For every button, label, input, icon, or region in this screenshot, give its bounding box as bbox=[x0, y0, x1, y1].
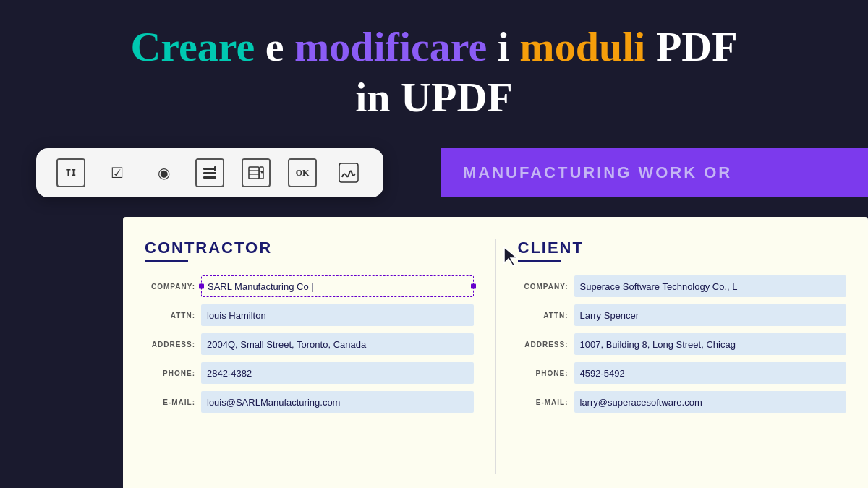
toolbar: TI ☑ ◉ OK bbox=[36, 148, 383, 197]
client-address-row: ADDRESS: bbox=[518, 333, 847, 355]
manufacturing-text: MANUFACTURING WORK OR bbox=[463, 163, 732, 182]
radio-icon[interactable]: ◉ bbox=[149, 158, 178, 187]
header-title: Creare e modificare i moduli PDF in UPDF bbox=[14, 22, 854, 122]
client-email-row: E-MAIL: bbox=[518, 391, 847, 413]
contractor-company-input[interactable] bbox=[201, 275, 474, 297]
word-in: in bbox=[355, 74, 390, 121]
client-title: CLIENT bbox=[518, 239, 847, 257]
contractor-address-label: ADDRESS: bbox=[145, 341, 195, 348]
client-phone-row: PHONE: bbox=[518, 362, 847, 384]
button-ok-icon[interactable]: OK bbox=[288, 158, 317, 187]
client-phone-input[interactable] bbox=[574, 362, 847, 384]
client-underline bbox=[518, 260, 561, 262]
right-marker bbox=[471, 284, 476, 289]
list-icon[interactable] bbox=[195, 158, 224, 187]
word-creare: Creare bbox=[130, 23, 255, 70]
contractor-phone-row: PHONE: bbox=[145, 362, 474, 384]
page-wrapper: Creare e modificare i moduli PDF in UPDF… bbox=[0, 0, 868, 488]
contractor-attn-input[interactable] bbox=[201, 304, 474, 326]
svg-rect-1 bbox=[203, 172, 216, 174]
client-company-row: COMPANY: bbox=[518, 275, 847, 297]
contractor-address-input[interactable] bbox=[201, 333, 474, 355]
client-attn-input[interactable] bbox=[574, 304, 847, 326]
contractor-phone-input[interactable] bbox=[201, 362, 474, 384]
client-company-input[interactable] bbox=[574, 275, 847, 297]
header: Creare e modificare i moduli PDF in UPDF bbox=[0, 0, 868, 137]
client-email-label: E-MAIL: bbox=[518, 398, 569, 406]
contractor-phone-label: PHONE: bbox=[145, 369, 195, 377]
svg-rect-4 bbox=[249, 167, 259, 179]
contractor-section: CONTRACTOR COMPANY: ATTN: ADDRESS: bbox=[145, 239, 496, 474]
contractor-email-input[interactable] bbox=[201, 391, 474, 413]
client-phone-label: PHONE: bbox=[518, 369, 569, 377]
contractor-address-row: ADDRESS: bbox=[145, 333, 474, 355]
signature-icon[interactable] bbox=[334, 158, 363, 187]
client-attn-row: ATTN: bbox=[518, 304, 847, 326]
contractor-email-row: E-MAIL: bbox=[145, 391, 474, 413]
word-modificare: modificare bbox=[294, 23, 487, 70]
client-email-input[interactable] bbox=[574, 391, 847, 413]
text-field-icon[interactable]: TI bbox=[56, 158, 85, 187]
client-attn-label: ATTN: bbox=[518, 312, 569, 320]
contractor-underline bbox=[145, 260, 188, 262]
word-pdf: PDF bbox=[656, 23, 738, 70]
svg-rect-3 bbox=[214, 166, 216, 171]
word-moduli: moduli bbox=[519, 23, 645, 70]
manufacturing-banner: MANUFACTURING WORK OR bbox=[441, 148, 868, 197]
contractor-company-input-wrapper bbox=[201, 275, 474, 297]
word-updf: UPDF bbox=[401, 74, 513, 121]
left-marker bbox=[199, 284, 204, 289]
contractor-company-label: COMPANY: bbox=[145, 283, 195, 291]
client-address-input[interactable] bbox=[574, 333, 847, 355]
svg-rect-2 bbox=[203, 176, 216, 179]
contractor-title: CONTRACTOR bbox=[145, 239, 474, 257]
form-document: CONTRACTOR COMPANY: ATTN: ADDRESS: bbox=[123, 217, 868, 488]
checkbox-icon[interactable]: ☑ bbox=[103, 158, 132, 187]
client-company-label: COMPANY: bbox=[518, 283, 569, 291]
contractor-attn-row: ATTN: bbox=[145, 304, 474, 326]
word-e: e bbox=[265, 23, 294, 70]
client-section: CLIENT COMPANY: ATTN: ADDRESS: PHONE: bbox=[496, 239, 847, 474]
contractor-email-label: E-MAIL: bbox=[145, 398, 195, 406]
client-address-label: ADDRESS: bbox=[518, 341, 569, 348]
combo-icon[interactable] bbox=[242, 158, 271, 187]
word-i: i bbox=[498, 23, 520, 70]
contractor-company-row: COMPANY: bbox=[145, 275, 474, 297]
contractor-attn-label: ATTN: bbox=[145, 312, 195, 320]
